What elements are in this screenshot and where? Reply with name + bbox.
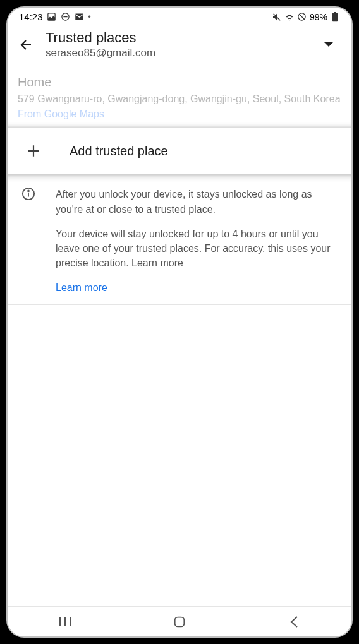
account-email: seraseo85@gmail.com (46, 47, 312, 59)
info-para-2: Your device will stay unlocked for up to… (56, 227, 338, 271)
trusted-place-item[interactable]: Home 579 Gwangnaru-ro, Gwangjang-dong, G… (8, 66, 351, 128)
no-sim-icon (297, 12, 307, 22)
svg-rect-7 (332, 13, 338, 21)
add-trusted-place-button[interactable]: Add trusted place (8, 128, 351, 174)
dnd-icon (61, 12, 71, 22)
svg-point-13 (28, 191, 29, 192)
back-button[interactable] (18, 36, 35, 54)
place-source: From Google Maps (18, 109, 341, 120)
phone-frame: 14:23 • 99% (6, 6, 353, 638)
image-icon (47, 12, 57, 22)
home-button[interactable] (161, 612, 198, 631)
page-title: Trusted places (46, 30, 312, 46)
status-bar: 14:23 • 99% (8, 8, 351, 23)
battery-percent: 99% (310, 12, 327, 22)
battery-icon (330, 12, 340, 22)
learn-more-link[interactable]: Learn more (56, 282, 107, 293)
info-icon (21, 187, 35, 201)
mute-icon (272, 12, 282, 22)
status-left: 14:23 • (19, 11, 91, 22)
account-dropdown[interactable] (322, 39, 335, 51)
svg-rect-8 (334, 12, 336, 13)
status-right: 99% (272, 12, 340, 22)
info-text: After you unlock your device, it stays u… (56, 187, 341, 295)
add-place-label: Add trusted place (70, 144, 168, 158)
status-time: 14:23 (19, 11, 43, 22)
content: Home 579 Gwangnaru-ro, Gwangjang-dong, G… (8, 66, 351, 606)
more-dot-icon: • (88, 13, 91, 21)
info-para-1: After you unlock your device, it stays u… (56, 187, 338, 216)
svg-rect-17 (175, 617, 185, 626)
back-nav-button[interactable] (275, 612, 313, 631)
divider (8, 304, 351, 305)
plus-icon (25, 143, 42, 159)
header: Trusted places seraseo85@gmail.com (8, 23, 351, 66)
mail-icon (75, 12, 85, 22)
wifi-icon (284, 12, 295, 22)
navigation-bar (8, 606, 351, 636)
svg-line-6 (300, 15, 305, 20)
place-name: Home (18, 75, 341, 90)
recents-button[interactable] (46, 612, 84, 631)
place-address: 579 Gwangnaru-ro, Gwangjang-dong, Gwangj… (18, 92, 341, 106)
info-section: After you unlock your device, it stays u… (8, 174, 351, 304)
header-text: Trusted places seraseo85@gmail.com (46, 30, 312, 59)
